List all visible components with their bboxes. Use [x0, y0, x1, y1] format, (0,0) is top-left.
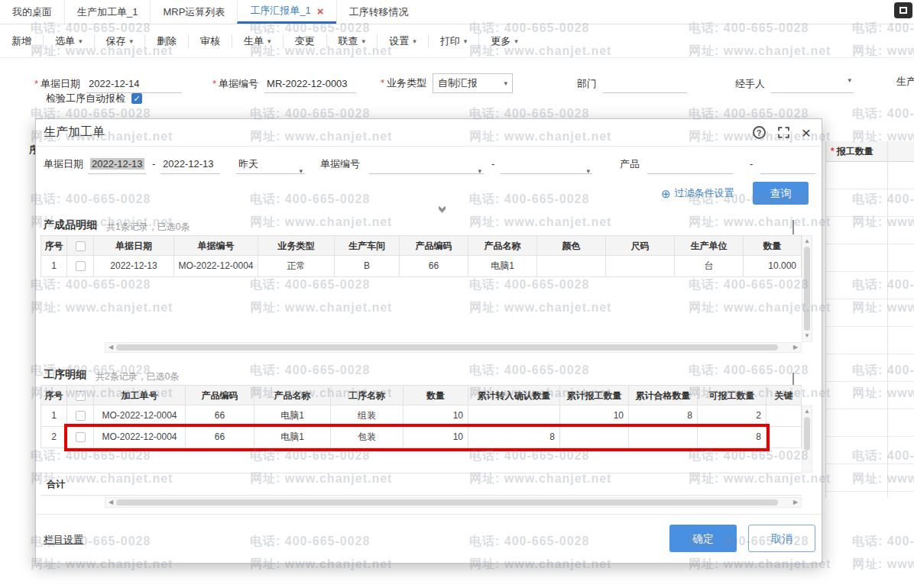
caret-down-icon: ▾ [413, 38, 416, 45]
row-checkbox[interactable] [76, 411, 86, 421]
column-header: 产品名称 [468, 235, 537, 256]
filter-settings-link[interactable]: ⊕ 过滤条件设置 [661, 186, 734, 200]
scroll-up-arrow[interactable]: ▲ [802, 407, 812, 416]
cell-product-code: 66 [186, 427, 254, 448]
dialog-close-icon[interactable]: × [802, 126, 811, 139]
ok-button[interactable]: 确定 [669, 525, 737, 552]
fullscreen-icon[interactable] [778, 127, 789, 138]
cell-seq: 1 [41, 405, 67, 427]
scrollbar-thumb[interactable] [116, 344, 778, 351]
select-all-checkbox[interactable] [76, 241, 86, 251]
scroll-left-arrow[interactable]: ◀ [106, 498, 115, 507]
filter-doc-no-to-select[interactable]: ▾ [501, 154, 592, 174]
background-table-row [826, 162, 914, 189]
scroll-down-arrow[interactable]: ▼ [802, 331, 812, 341]
process-table-header: 序号 加工单号 产品编码 产品名称 工序名称 数量 累计转入确认数量 累计报工数… [41, 385, 812, 405]
tab-production-order-1[interactable]: 生产加工单_1 [64, 0, 150, 24]
column-header: 加工单号 [94, 385, 186, 405]
scrollbar-thumb[interactable] [116, 499, 778, 506]
filter-date-to-input[interactable]: 2022-12-13 [160, 154, 220, 174]
row-checkbox[interactable] [76, 261, 86, 271]
filter-product-label: 产品 [620, 154, 640, 174]
cell-qty: 10 [404, 405, 468, 427]
toolbar-button-change[interactable]: 变更 [284, 34, 327, 48]
dept-input[interactable] [603, 75, 687, 93]
toolbar-button-link-query[interactable]: 联查▾ [327, 34, 378, 48]
toolbar-button-print[interactable]: 打印▾ [429, 34, 480, 48]
cell-reported-qty: 10 [560, 405, 629, 427]
toolbar-button-select-doc[interactable]: 选单▾ [44, 34, 95, 48]
scroll-right-arrow[interactable]: ▶ [791, 343, 800, 352]
background-table-row [826, 464, 914, 492]
scroll-right-arrow[interactable]: ▶ [791, 498, 800, 507]
cell-workshop: B [335, 256, 400, 277]
caret-down-icon: ▾ [267, 38, 271, 45]
product-section-count: 共1条记录，已选0条 [106, 221, 190, 234]
circle-plus-icon: ⊕ [661, 188, 671, 199]
toolbar-button-settings[interactable]: 设置▾ [378, 34, 429, 48]
doc-date-field: 单据日期 2022-12-14 [34, 75, 182, 93]
toolbar-button-generate[interactable]: 生单▾ [232, 34, 284, 48]
scrollbar-thumb[interactable] [804, 417, 810, 451]
vertical-scrollbar[interactable]: ▲ [802, 405, 812, 473]
column-header: 生产车间 [335, 235, 400, 256]
biztype-select[interactable]: 自制汇报▾ [433, 73, 513, 93]
horizontal-scrollbar[interactable]: ◀ ▶ [105, 342, 802, 353]
process-table-row-selected[interactable]: 2 MO-2022-12-0004 66 电脑1 包装 10 8 8 [41, 427, 812, 448]
cancel-button[interactable]: 取消 [748, 525, 815, 552]
toolbar-button-more[interactable]: 更多▾ [479, 34, 530, 48]
cell-product-name: 电脑1 [254, 427, 331, 448]
biztype-label: 业务类型 [381, 76, 426, 90]
scrollbar-thumb[interactable] [804, 247, 810, 331]
doc-date-input[interactable]: 2022-12-14 [86, 75, 182, 93]
toolbar-button-new[interactable]: 新增 [0, 34, 44, 48]
column-header: 序号 [41, 385, 67, 405]
product-section-collapse-icon[interactable] [792, 220, 794, 234]
search-button[interactable]: 查询 [753, 182, 809, 205]
row-checkbox[interactable] [76, 432, 86, 442]
tab-my-desktop[interactable]: 我的桌面 [0, 0, 64, 24]
auto-inspect-label: 检验工序自动报检 [46, 92, 125, 105]
filter-date-from-input[interactable]: 2022-12-13 [88, 154, 146, 174]
auto-inspect-checkbox[interactable]: ✓ [131, 93, 142, 104]
filter-date-preset-select[interactable]: 昨天▾ [236, 154, 305, 174]
column-header-checkbox [67, 385, 94, 405]
column-header: 单据编号 [174, 235, 258, 256]
tab-mrp-list[interactable]: MRP运算列表 [150, 0, 237, 24]
tab-close-icon[interactable]: × [317, 5, 324, 17]
horizontal-scrollbar[interactable]: ◀ ▶ [105, 497, 802, 508]
dialog-title: 生产加工单 [44, 124, 105, 141]
toolbar-button-audit[interactable]: 审核 [189, 34, 232, 48]
background-table-row [826, 217, 914, 244]
column-header-checkbox [67, 235, 94, 256]
process-table: 序号 加工单号 产品编码 产品名称 工序名称 数量 累计转入确认数量 累计报工数… [41, 385, 812, 509]
toolbar-button-save[interactable]: 保存▾ [95, 34, 146, 48]
column-header: 序号 [41, 235, 67, 256]
handler-select[interactable]: ▾ [771, 75, 854, 93]
tab-process-transfer[interactable]: 工序转移情况 [336, 0, 421, 24]
caret-down-icon: ▾ [478, 161, 481, 181]
collapse-filter-icon[interactable] [439, 205, 445, 212]
product-table-row[interactable]: 1 2022-12-13 MO-2022-12-0004 正常 B 66 电脑1… [41, 256, 812, 277]
cell-checkbox [67, 405, 94, 427]
cell-unit: 台 [675, 256, 744, 277]
filter-product-from-input[interactable] [647, 154, 733, 174]
cell-seq: 2 [41, 427, 67, 448]
app-icon[interactable] [894, 2, 912, 18]
toolbar-button-delete[interactable]: 删除 [145, 34, 189, 48]
process-table-row[interactable]: 1 MO-2022-12-0004 66 电脑1 组装 10 10 8 2 [41, 405, 812, 427]
cell-key [767, 405, 802, 427]
chevron-down-icon [792, 220, 794, 234]
vertical-scrollbar[interactable]: ▲ ▼ [802, 235, 812, 342]
scroll-up-arrow[interactable]: ▲ [802, 237, 812, 246]
filter-doc-no-from-select[interactable]: ▾ [369, 154, 484, 174]
tab-process-report-1[interactable]: 工序汇报单_1× [237, 0, 335, 24]
doc-no-input[interactable]: MR-2022-12-0003 [264, 75, 356, 93]
screen: 我的桌面 生产加工单_1 MRP运算列表 工序汇报单_1× 工序转移情况 新增 … [0, 0, 914, 588]
filter-product-to-input[interactable] [760, 154, 815, 174]
scroll-left-arrow[interactable]: ◀ [106, 343, 115, 352]
column-settings-link[interactable]: 栏目设置 [44, 533, 83, 547]
select-all-checkbox[interactable] [76, 391, 86, 401]
help-icon[interactable]: ? [753, 126, 766, 139]
background-table-row [826, 354, 914, 382]
